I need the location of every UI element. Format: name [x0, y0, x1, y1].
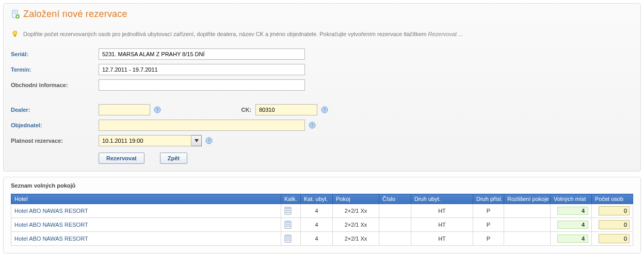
svg-point-20	[287, 210, 288, 211]
termin-input[interactable]	[99, 64, 305, 75]
kat-cell: 4	[301, 232, 333, 246]
svg-rect-34	[286, 236, 291, 238]
pokoj-cell: 2+2/1 Xx	[333, 204, 379, 218]
volnych-badge: 4	[557, 207, 588, 215]
rozliseni-cell	[504, 232, 551, 246]
pocet-osob-input[interactable]	[599, 234, 630, 243]
help-icon[interactable]: ?	[320, 106, 329, 114]
col-druh-ubyt[interactable]: Druh ubyt.	[411, 194, 473, 204]
termin-label: Termín:	[11, 66, 99, 73]
obch-info-input[interactable]	[99, 79, 305, 91]
svg-rect-26	[286, 222, 291, 224]
objednatel-label: Objednatel:	[11, 122, 99, 128]
dealer-label: Dealer:	[11, 107, 99, 113]
hotel-link[interactable]: Hotel ABO NAWAS RESORT	[14, 236, 88, 242]
svg-point-29	[289, 224, 290, 225]
pokoj-cell: 2+2/1 Xx	[333, 232, 379, 246]
svg-point-22	[286, 212, 287, 213]
svg-text:?: ?	[324, 107, 326, 112]
col-hotel[interactable]: Hotel	[11, 194, 281, 204]
kat-cell: 4	[301, 218, 333, 232]
table-row: Hotel ABO NAWAS RESORT42+2/1 XxHTP4	[11, 204, 633, 218]
objednatel-input[interactable]	[99, 120, 305, 131]
platnost-label: Platnost rezervace:	[11, 138, 99, 144]
col-druh-prisl[interactable]: Druh přísl.	[473, 194, 504, 204]
rozliseni-cell	[504, 218, 551, 232]
svg-point-24	[289, 212, 290, 213]
svg-point-27	[286, 224, 287, 225]
svg-point-36	[287, 238, 288, 239]
svg-text:?: ?	[311, 123, 313, 128]
cislo-cell	[379, 218, 411, 232]
col-kalk[interactable]: Kalk.	[281, 194, 301, 204]
col-pokoj[interactable]: Pokoj	[333, 194, 379, 204]
rooms-table: Hotel Kalk. Kat. ubyt. Pokoj Číslo Druh …	[11, 194, 633, 246]
help-icon[interactable]: ?	[205, 137, 213, 145]
help-icon[interactable]: ?	[153, 106, 162, 114]
rooms-section-title: Seznam volných pokojů	[11, 182, 633, 194]
cislo-cell	[379, 204, 411, 218]
dealer-input[interactable]	[99, 104, 150, 115]
new-document-icon	[11, 10, 20, 19]
svg-point-19	[286, 210, 287, 211]
pocet-osob-input[interactable]	[599, 220, 630, 229]
ck-label: CK:	[239, 107, 255, 113]
svg-point-28	[287, 224, 288, 225]
svg-point-23	[287, 212, 288, 213]
svg-text:?: ?	[208, 138, 210, 143]
col-rozliseni[interactable]: Rozlišení pokoje	[504, 194, 551, 204]
rooms-panel: Seznam volných pokojů Hotel Kalk. Kat. u…	[3, 177, 641, 254]
volnych-badge: 4	[557, 234, 588, 243]
svg-text:?: ?	[156, 107, 158, 112]
serial-label: Seriál:	[11, 51, 99, 57]
svg-point-35	[286, 238, 287, 239]
table-row: Hotel ABO NAWAS RESORT42+2/1 XxHTP4	[11, 218, 633, 232]
col-cislo[interactable]: Číslo	[379, 194, 411, 204]
druh-prisl-cell: P	[473, 232, 504, 246]
col-volnych[interactable]: Volných míst	[551, 194, 592, 204]
ck-input[interactable]	[255, 104, 317, 115]
svg-rect-8	[14, 35, 16, 37]
svg-point-40	[289, 240, 290, 241]
rezervovat-button[interactable]: Rezervovat	[99, 153, 144, 164]
platnost-dropdown-button[interactable]	[191, 135, 202, 146]
calculator-icon[interactable]	[284, 207, 297, 215]
druh-ubyt-cell: HT	[411, 232, 473, 246]
help-icon[interactable]: ?	[308, 121, 316, 129]
hint-text: Doplňte počet rezervovaných osob pro jed…	[11, 23, 633, 46]
svg-point-38	[286, 240, 287, 241]
cislo-cell	[379, 232, 411, 246]
svg-point-30	[286, 226, 287, 227]
druh-ubyt-cell: HT	[411, 204, 473, 218]
svg-rect-18	[286, 208, 291, 210]
svg-point-32	[289, 226, 290, 227]
druh-ubyt-cell: HT	[411, 218, 473, 232]
chevron-down-icon	[195, 139, 199, 142]
svg-point-21	[289, 210, 290, 211]
page-title: Založení nové rezervace	[23, 9, 127, 20]
serial-input[interactable]	[99, 48, 305, 60]
druh-prisl-cell: P	[473, 204, 504, 218]
obch-info-label: Obchodní informace:	[11, 82, 99, 88]
pokoj-cell: 2+2/1 Xx	[333, 218, 379, 232]
table-row: Hotel ABO NAWAS RESORT42+2/1 XxHTP4	[11, 232, 633, 246]
platnost-input[interactable]	[99, 135, 191, 146]
reservation-form-panel: Založení nové rezervace Doplňte počet re…	[3, 3, 641, 172]
col-osob[interactable]: Počet osob	[592, 194, 633, 204]
volnych-badge: 4	[557, 221, 588, 229]
zpet-button[interactable]: Zpět	[160, 153, 187, 164]
hotel-link[interactable]: Hotel ABO NAWAS RESORT	[14, 208, 88, 214]
lightbulb-icon	[11, 30, 19, 38]
hotel-link[interactable]: Hotel ABO NAWAS RESORT	[14, 222, 88, 228]
svg-point-39	[287, 240, 288, 241]
druh-prisl-cell: P	[473, 218, 504, 232]
svg-point-37	[289, 238, 290, 239]
svg-point-31	[287, 226, 288, 227]
rozliseni-cell	[504, 204, 551, 218]
pocet-osob-input[interactable]	[599, 206, 630, 215]
calculator-icon[interactable]	[284, 234, 297, 243]
col-kat[interactable]: Kat. ubyt.	[301, 194, 333, 204]
svg-point-7	[13, 31, 17, 35]
kat-cell: 4	[301, 204, 333, 218]
calculator-icon[interactable]	[284, 221, 297, 229]
